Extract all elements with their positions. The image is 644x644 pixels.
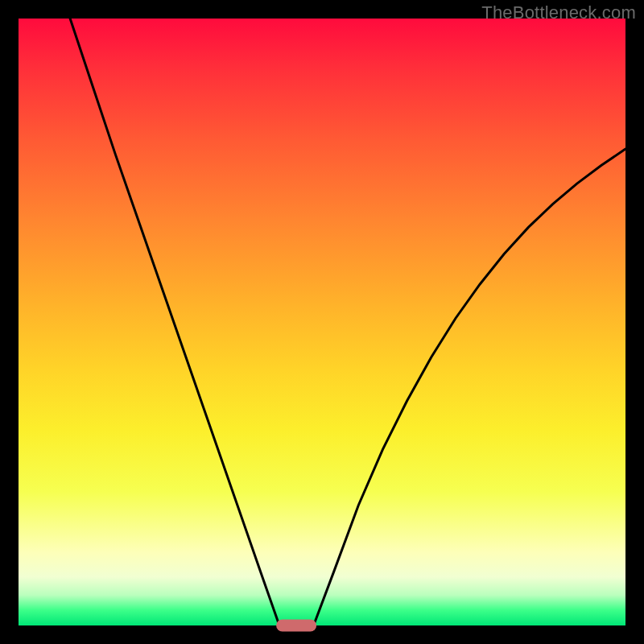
watermark-text: TheBottleneck.com [481,2,636,23]
right-curve [315,149,625,622]
chart-frame [19,19,625,625]
left-curve [70,19,279,622]
curves-layer [19,19,625,625]
bottleneck-marker [276,619,316,631]
